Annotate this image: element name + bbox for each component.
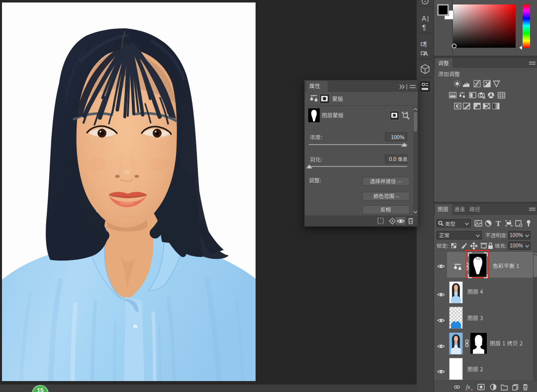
svg-text:T: T	[496, 220, 501, 228]
svg-text:A: A	[422, 14, 427, 22]
svg-text:fx: fx	[466, 384, 470, 391]
svg-text:¶: ¶	[422, 23, 426, 31]
svg-text:|: |	[427, 14, 429, 22]
